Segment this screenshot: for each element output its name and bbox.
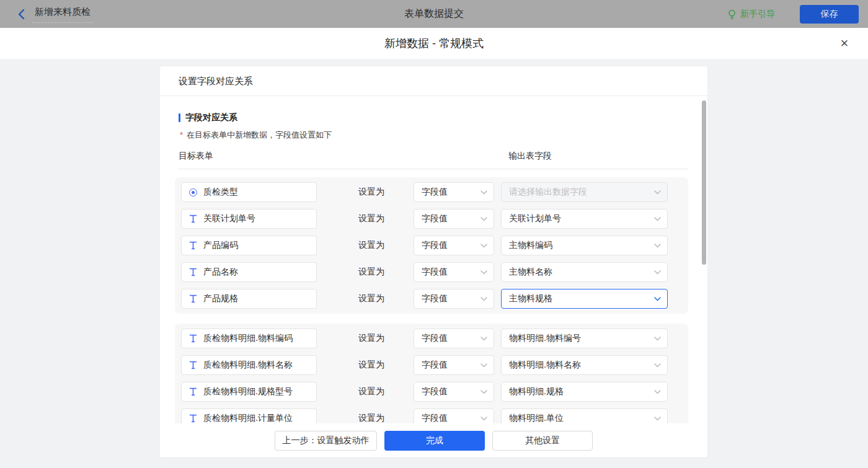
output-field-select[interactable]: 关联计划单号	[501, 209, 668, 229]
chevron-down-icon	[480, 217, 487, 221]
chevron-down-icon	[654, 217, 661, 221]
target-field-box[interactable]: 质检物料明细.物料名称	[181, 355, 317, 375]
chevron-down-icon	[480, 190, 487, 195]
output-field-select: 请选择输出数据字段	[501, 182, 668, 202]
value-mode-select[interactable]: 字段值	[414, 182, 494, 202]
mapping-row: 质检物料明细.规格型号设置为字段值物料明细.规格	[181, 382, 682, 402]
text-field-icon	[188, 387, 198, 396]
output-field-text: 关联计划单号	[509, 213, 561, 224]
target-field-box[interactable]: 质检物料明细.规格型号	[181, 382, 317, 402]
value-mode-select[interactable]: 字段值	[414, 209, 494, 229]
target-field-label: 质检物料明细.规格型号	[203, 386, 293, 397]
target-field-label: 质检物料明细.物料编码	[203, 333, 293, 344]
text-field-icon	[188, 268, 198, 276]
set-as-label: 设置为	[358, 293, 384, 304]
top-toolbar: 新增来料质检 表单数据提交 新手引导 保存	[0, 0, 868, 28]
output-field-text: 主物料名称	[509, 267, 552, 278]
dialog-body-background: 设置字段对应关系 字段对应关系 *在目标表单中新增数据，字段值设置如下 目标表单…	[0, 59, 868, 468]
mapping-row: 质检物料明细.物料名称设置为字段值物料明细.物料名称	[181, 355, 682, 375]
field-mapping-scroll-area[interactable]: 字段对应关系 *在目标表单中新增数据，字段值设置如下 目标表单 输出表字段 质检…	[160, 96, 707, 423]
chevron-down-icon	[480, 270, 487, 275]
radio-icon	[188, 188, 198, 196]
value-mode-select[interactable]: 字段值	[414, 289, 494, 309]
set-as-label: 设置为	[358, 240, 384, 251]
target-field-box[interactable]: 产品名称	[181, 262, 317, 282]
text-field-icon	[188, 214, 198, 223]
output-field-text: 物料明细.规格	[509, 386, 564, 397]
target-field-label: 产品名称	[203, 267, 238, 278]
chevron-down-icon	[654, 417, 661, 421]
value-mode-text: 字段值	[422, 240, 448, 251]
chevron-down-icon	[480, 297, 487, 301]
set-as-label: 设置为	[358, 386, 384, 397]
chevron-down-icon	[480, 244, 487, 248]
value-mode-select[interactable]: 字段值	[414, 408, 494, 423]
target-field-box[interactable]: 关联计划单号	[181, 209, 317, 229]
other-settings-button[interactable]: 其他设置	[492, 431, 593, 451]
card-header-title: 设置字段对应关系	[160, 66, 707, 96]
mapping-row: 产品编码设置为字段值主物料编码	[181, 236, 682, 255]
mapping-row: 质检物料明细.计量单位设置为字段值物料明细.单位	[181, 408, 682, 423]
value-mode-text: 字段值	[422, 360, 448, 371]
close-icon[interactable]: ×	[835, 33, 854, 53]
target-field-box[interactable]: 质检物料明细.物料编码	[181, 329, 317, 348]
dialog-footer: 上一步：设置触发动作 完成 其他设置	[160, 423, 707, 457]
value-mode-text: 字段值	[422, 293, 448, 304]
value-mode-select[interactable]: 字段值	[414, 329, 494, 348]
target-field-label: 产品编码	[203, 240, 238, 251]
chevron-down-icon	[654, 390, 661, 394]
output-field-select[interactable]: 物料明细.单位	[501, 408, 668, 423]
beginner-guide-link[interactable]: 新手引导	[727, 9, 775, 20]
field-group-1: 质检类型设置为字段值请选择输出数据字段关联计划单号设置为字段值关联计划单号产品编…	[175, 177, 688, 314]
output-field-select[interactable]: 物料明细.物料名称	[501, 355, 668, 375]
text-field-icon	[188, 294, 198, 303]
output-field-text: 物料明细.单位	[509, 413, 564, 423]
output-field-select[interactable]: 主物料规格	[501, 289, 668, 309]
output-field-select[interactable]: 物料明细.物料编号	[501, 329, 668, 348]
chevron-down-icon	[480, 363, 487, 368]
save-button[interactable]: 保存	[800, 5, 859, 24]
mapping-row: 质检物料明细.物料编码设置为字段值物料明细.物料编号	[181, 329, 682, 348]
mapping-note: 在目标表单中新增数据，字段值设置如下	[187, 130, 332, 139]
target-field-box[interactable]: 产品编码	[181, 236, 317, 255]
text-field-icon	[188, 334, 198, 343]
set-as-label: 设置为	[358, 213, 384, 224]
chevron-down-icon	[654, 363, 661, 368]
value-mode-select[interactable]: 字段值	[414, 355, 494, 375]
set-as-label: 设置为	[358, 333, 384, 344]
text-field-icon	[188, 361, 198, 369]
output-field-text: 物料明细.物料编号	[509, 333, 581, 344]
done-button[interactable]: 完成	[384, 431, 485, 451]
column-header-target-form: 目标表单	[179, 151, 213, 162]
section-title: 字段对应关系	[185, 112, 237, 123]
chevron-down-icon	[480, 417, 487, 421]
scrollbar-thumb[interactable]	[702, 100, 706, 265]
column-header-output-fields: 输出表字段	[508, 151, 552, 162]
target-field-label: 质检类型	[203, 187, 238, 198]
chevron-down-icon	[654, 337, 661, 341]
value-mode-select[interactable]: 字段值	[414, 262, 494, 282]
output-field-text: 主物料编码	[509, 240, 552, 251]
mapping-row: 质检类型设置为字段值请选择输出数据字段	[181, 182, 682, 202]
value-mode-text: 字段值	[422, 213, 448, 224]
value-mode-select[interactable]: 字段值	[414, 382, 494, 402]
target-field-label: 质检物料明细.物料名称	[203, 360, 293, 371]
output-field-select[interactable]: 主物料编码	[501, 236, 668, 255]
chevron-down-icon	[654, 270, 661, 275]
output-field-text: 主物料规格	[509, 293, 552, 304]
field-mapping-card: 设置字段对应关系 字段对应关系 *在目标表单中新增数据，字段值设置如下 目标表单…	[160, 66, 707, 457]
chevron-down-icon	[654, 190, 661, 195]
value-mode-text: 字段值	[422, 386, 448, 397]
value-mode-text: 字段值	[422, 333, 448, 344]
value-mode-select[interactable]: 字段值	[414, 236, 494, 255]
target-field-box[interactable]: 质检类型	[181, 182, 317, 202]
output-field-select[interactable]: 物料明细.规格	[501, 382, 668, 402]
target-field-label: 质检物料明细.计量单位	[203, 413, 293, 423]
previous-step-button[interactable]: 上一步：设置触发动作	[275, 431, 377, 451]
target-field-box[interactable]: 质检物料明细.计量单位	[181, 408, 317, 423]
value-mode-text: 字段值	[422, 187, 448, 198]
set-as-label: 设置为	[358, 360, 384, 371]
target-field-box[interactable]: 产品规格	[181, 289, 317, 309]
output-field-select[interactable]: 主物料名称	[501, 262, 668, 282]
dialog-title: 新增数据 - 常规模式	[0, 28, 868, 59]
